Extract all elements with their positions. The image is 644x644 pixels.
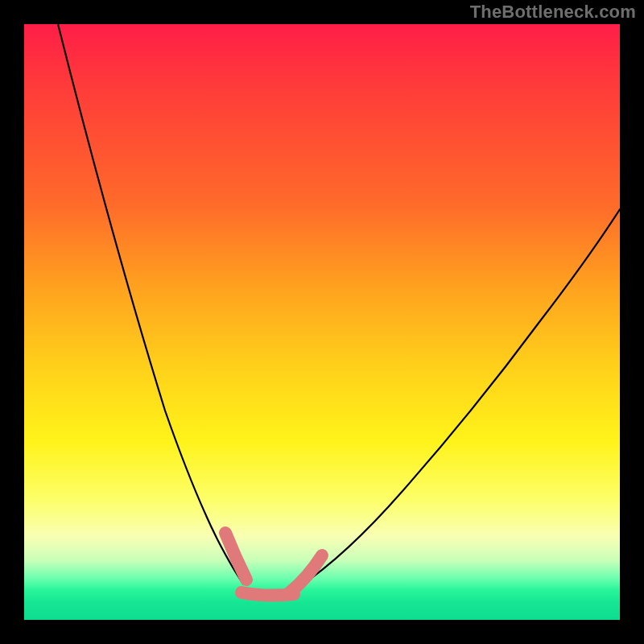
curve-layer xyxy=(24,24,620,620)
watermark-text: TheBottleneck.com xyxy=(470,2,636,23)
plot-area xyxy=(24,24,620,620)
chart-frame: TheBottleneck.com xyxy=(0,0,644,644)
curve-left-branch xyxy=(58,24,243,584)
curve-right-branch xyxy=(298,209,620,588)
optimum-marker-left xyxy=(225,533,246,580)
